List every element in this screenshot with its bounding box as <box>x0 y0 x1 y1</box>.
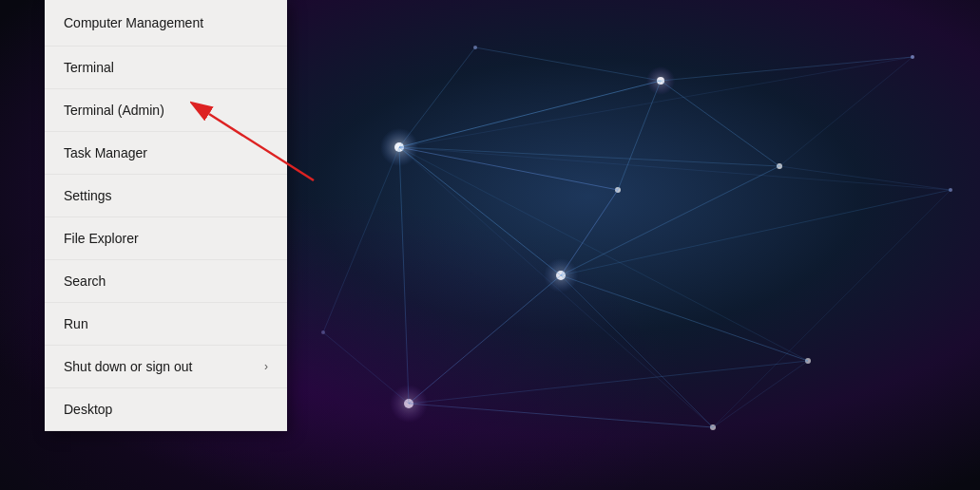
menu-item-settings[interactable]: Settings <box>45 175 287 217</box>
menu-item-label: Run <box>64 316 88 331</box>
menu-item-label: Terminal <box>64 60 114 75</box>
context-menu: Computer Management Terminal Terminal (A… <box>45 0 287 431</box>
menu-item-label: Settings <box>64 188 112 203</box>
menu-item-computer-management[interactable]: Computer Management <box>45 0 287 47</box>
menu-item-desktop[interactable]: Desktop <box>45 388 287 431</box>
menu-item-label: Shut down or sign out <box>64 359 192 374</box>
menu-item-file-explorer[interactable]: File Explorer <box>45 217 287 260</box>
menu-item-label: Computer Management <box>64 15 203 30</box>
submenu-chevron-icon: › <box>264 360 268 373</box>
menu-item-label: Terminal (Admin) <box>64 103 164 118</box>
menu-item-label: Desktop <box>64 402 112 417</box>
menu-item-run[interactable]: Run <box>45 303 287 346</box>
menu-item-label: Task Manager <box>64 145 147 160</box>
menu-item-task-manager[interactable]: Task Manager <box>45 132 287 175</box>
menu-item-terminal[interactable]: Terminal <box>45 47 287 89</box>
menu-item-terminal-admin[interactable]: Terminal (Admin) <box>45 89 287 132</box>
menu-item-search[interactable]: Search <box>45 260 287 303</box>
menu-item-label: Search <box>64 273 106 289</box>
menu-item-shut-down[interactable]: Shut down or sign out › <box>45 346 287 388</box>
menu-item-label: File Explorer <box>64 231 139 246</box>
